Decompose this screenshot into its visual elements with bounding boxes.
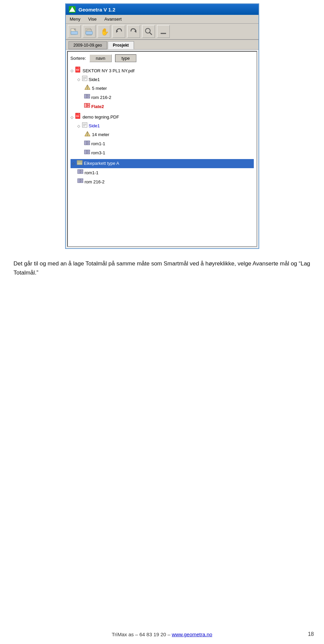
tree-row[interactable]: rom1-1 (84, 139, 254, 149)
shape-icon (84, 93, 90, 102)
measure-icon (84, 131, 91, 139)
tabs-area: 2009-10-09.geo Prosjekt (66, 40, 259, 50)
toolbar-pan-button[interactable]: ✋ (98, 25, 110, 38)
tree-item-label: 5 meter (92, 85, 107, 92)
body-text: Det går til og med an å lage Totalmål på… (14, 259, 310, 277)
svg-rect-28 (87, 103, 90, 105)
body-paragraph: Det går til og med an å lage Totalmål på… (14, 259, 310, 277)
shape-icon (77, 169, 83, 177)
tree-row[interactable]: rom 216-2 (84, 93, 254, 102)
tree-item-label: rom 216-2 (91, 94, 111, 101)
tree-row[interactable]: ◇ PDF SEKTOR NY 3 PL1 NY.pdf (71, 66, 254, 75)
toolbar-layer-button[interactable] (83, 25, 96, 38)
measure-icon (84, 84, 91, 93)
pdf-icon: PDF (75, 113, 81, 121)
footer-link[interactable]: www.geometra.no (172, 632, 212, 637)
svg-rect-48 (78, 170, 80, 174)
page-number: 18 (308, 631, 314, 637)
shape-icon (77, 178, 83, 186)
tree-item-label: Side1 (89, 76, 100, 83)
page-icon (82, 122, 87, 130)
tree-item-label: Flate2 (91, 103, 104, 110)
toolbar-undo-button[interactable] (112, 25, 125, 38)
svg-rect-40 (84, 141, 87, 145)
expand-icon: ◇ (71, 114, 73, 121)
tree-item-label: rom3-1 (91, 149, 105, 157)
svg-rect-44 (87, 150, 90, 152)
svg-rect-26 (87, 97, 90, 98)
toolbar-redo-button[interactable] (127, 25, 140, 38)
toolbar-zoom-button[interactable] (142, 25, 155, 38)
tree-row[interactable]: ◇ Side1 (77, 122, 254, 130)
tree-item-label: Side1 (89, 122, 100, 130)
svg-rect-41 (87, 141, 90, 143)
app-window: Geometra V 1.2 Meny Vise Avansert (65, 3, 259, 249)
sort-bar: Sortere: navn type (71, 54, 254, 62)
menu-meny[interactable]: Meny (69, 16, 82, 22)
tree-row[interactable]: 14 meter (84, 130, 254, 139)
toolbar: ✋ (66, 24, 259, 40)
svg-line-12 (150, 32, 152, 35)
svg-rect-45 (87, 152, 90, 154)
svg-rect-49 (80, 170, 83, 171)
tree-item-label: rom1-1 (91, 140, 105, 148)
title-bar: Geometra V 1.2 (66, 4, 259, 15)
svg-text:✋: ✋ (101, 28, 109, 36)
tree-item-label: 14 meter (92, 131, 109, 138)
main-content: Sortere: navn type ◇ PDF SEKTOR NY 3 PL1… (67, 51, 257, 247)
svg-rect-43 (84, 150, 87, 154)
menu-avansert[interactable]: Avansert (103, 16, 123, 22)
svg-rect-7 (86, 31, 92, 34)
pdf-icon: PDF (75, 67, 81, 75)
svg-point-11 (145, 28, 150, 33)
svg-rect-47 (77, 160, 82, 162)
svg-rect-29 (87, 106, 90, 107)
app-logo-icon (69, 6, 76, 13)
tree-row[interactable]: ◇ Side1 (77, 75, 254, 84)
page-icon (82, 76, 87, 83)
expand-icon: ◇ (77, 123, 80, 129)
svg-rect-53 (80, 181, 83, 183)
svg-text:PDF: PDF (76, 115, 79, 117)
tree-row[interactable]: rom 216-2 (77, 177, 254, 186)
expand-icon: ◇ (71, 68, 73, 74)
svg-rect-42 (87, 143, 90, 145)
tree-row[interactable]: Flate2 (84, 102, 254, 111)
tree-item-label: SEKTOR NY 3 PL1 NY.pdf (83, 67, 135, 75)
tree-item-label: rom1-1 (85, 169, 99, 177)
tree-row[interactable]: 5 meter (84, 84, 254, 93)
svg-rect-52 (80, 179, 83, 180)
menu-bar: Meny Vise Avansert (66, 15, 259, 24)
svg-rect-50 (80, 172, 83, 174)
footer-text: TriMax as – 64 83 19 20 – (112, 632, 172, 637)
toolbar-minimize-button[interactable] (157, 25, 170, 38)
tree: ◇ PDF SEKTOR NY 3 PL1 NY.pdf ◇ (71, 66, 254, 186)
expand-icon: ◇ (77, 76, 80, 83)
sort-navn-button[interactable]: navn (89, 54, 112, 62)
tab-file[interactable]: 2009-10-09.geo (69, 41, 107, 49)
svg-rect-4 (71, 31, 78, 34)
svg-rect-24 (84, 94, 87, 98)
menu-vise[interactable]: Vise (87, 16, 98, 22)
tree-item-label: demo tegning.PDF (83, 113, 119, 121)
tree-row[interactable]: rom3-1 (84, 149, 254, 158)
tree-row[interactable]: ◇ Eikeparkett type A (71, 159, 254, 168)
toolbar-open-button[interactable] (68, 25, 81, 38)
tree-item-label: Eikeparkett type A (84, 160, 119, 167)
shape-icon (84, 102, 90, 111)
shape-icon (84, 149, 90, 157)
svg-rect-25 (87, 94, 90, 96)
shape-icon (84, 140, 90, 148)
tree-row[interactable]: rom1-1 (77, 168, 254, 177)
sort-type-button[interactable]: type (115, 54, 136, 62)
svg-rect-27 (84, 103, 87, 107)
sort-label: Sortere: (71, 56, 86, 61)
box-icon (77, 159, 83, 168)
tab-prosjekt[interactable]: Prosjekt (108, 41, 134, 49)
tree-item-label: rom 216-2 (85, 178, 105, 186)
svg-rect-51 (78, 179, 80, 183)
svg-text:PDF: PDF (76, 69, 79, 71)
expand-icon: ◇ (72, 160, 75, 167)
tree-row[interactable]: ◇ PDF demo tegning.PDF (71, 112, 254, 122)
app-title: Geometra V 1.2 (79, 7, 115, 12)
